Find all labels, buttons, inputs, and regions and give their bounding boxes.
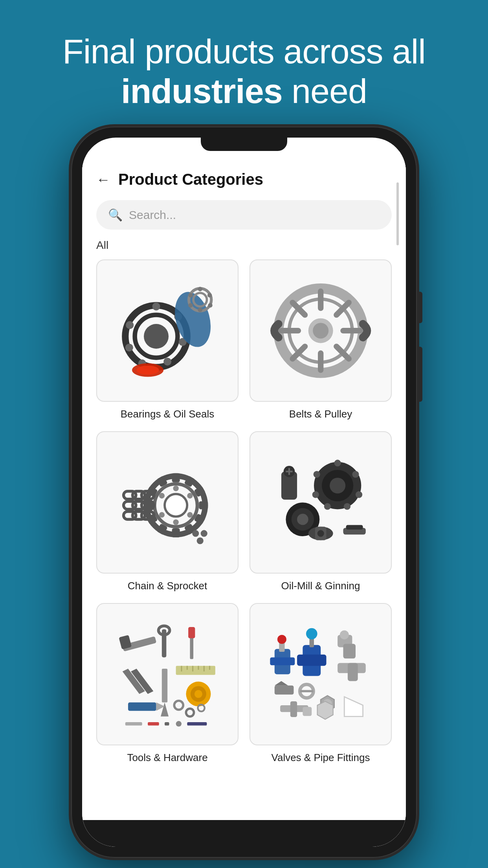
app-content: ← Product Categories 🔍 Search... All	[82, 151, 406, 847]
category-item-valves[interactable]: Valves & Pipe Fittings	[250, 603, 392, 764]
svg-point-50	[187, 512, 193, 518]
hero-line2-rest: need	[292, 72, 367, 110]
svg-point-20	[188, 293, 193, 297]
category-item-tools[interactable]: Tools & Hardware	[96, 603, 238, 764]
svg-point-126	[340, 631, 349, 640]
category-label-belts: Belts & Pulley	[289, 408, 352, 420]
svg-point-3	[152, 303, 160, 311]
svg-point-9	[126, 321, 134, 329]
hero-section: Final products across all industries nee…	[0, 0, 488, 127]
category-label-bearings: Bearings & Oil Seals	[121, 408, 214, 420]
tools-illustration	[111, 618, 224, 730]
svg-point-123	[306, 628, 317, 640]
svg-point-74	[312, 491, 319, 498]
svg-point-69	[334, 460, 341, 467]
svg-rect-89	[119, 635, 132, 649]
svg-point-48	[173, 485, 178, 491]
svg-point-75	[313, 471, 320, 478]
svg-rect-93	[188, 627, 195, 638]
svg-point-6	[163, 358, 171, 366]
categories-grid: Bearings & Oil Seals	[82, 259, 406, 772]
svg-point-72	[344, 503, 350, 510]
svg-rect-117	[270, 657, 295, 665]
svg-rect-130	[275, 686, 294, 695]
category-card-chain[interactable]	[96, 431, 238, 574]
svg-rect-125	[343, 644, 356, 658]
svg-point-68	[330, 478, 345, 493]
oilmill-illustration	[264, 446, 377, 559]
svg-rect-106	[128, 702, 156, 711]
svg-point-18	[198, 308, 202, 312]
svg-point-8	[125, 344, 133, 351]
hero-line1: Final products across all	[62, 32, 426, 71]
svg-point-49	[187, 493, 193, 498]
svg-rect-41	[172, 528, 180, 537]
hero-bold: industries	[121, 72, 283, 110]
phone-notch	[201, 138, 287, 151]
category-card-tools[interactable]	[96, 603, 238, 745]
filter-all-label[interactable]: All	[82, 239, 406, 259]
svg-point-52	[159, 512, 165, 518]
category-label-oilmill: Oil-Mill & Ginning	[281, 580, 360, 592]
svg-point-19	[188, 303, 193, 307]
svg-rect-138	[303, 707, 312, 716]
svg-point-114	[176, 721, 181, 726]
category-item-belts[interactable]: Belts & Pulley	[250, 259, 392, 420]
svg-rect-38	[199, 502, 208, 509]
svg-point-108	[174, 701, 183, 710]
svg-point-105	[194, 690, 202, 698]
back-button[interactable]: ←	[96, 173, 110, 187]
bearings-illustration	[111, 274, 224, 387]
svg-rect-112	[148, 722, 159, 726]
category-label-chain: Chain & Sprocket	[128, 580, 207, 592]
svg-marker-131	[275, 681, 288, 686]
svg-point-63	[192, 530, 199, 537]
svg-point-2	[144, 324, 169, 349]
chain-illustration	[111, 446, 224, 559]
category-card-oilmill[interactable]	[250, 431, 392, 574]
svg-rect-84	[346, 525, 363, 530]
category-card-bearings[interactable]	[96, 259, 238, 402]
svg-point-16	[207, 293, 212, 297]
svg-point-65	[196, 537, 203, 544]
phone-screen: ← Product Categories 🔍 Search... All	[82, 138, 406, 847]
svg-rect-121	[297, 655, 326, 666]
category-item-bearings[interactable]: Bearings & Oil Seals	[96, 259, 238, 420]
page-title: Product Categories	[118, 171, 263, 188]
category-label-valves: Valves & Pipe Fittings	[272, 752, 370, 764]
phone-mockup: ← Product Categories 🔍 Search... All	[71, 127, 417, 858]
svg-rect-94	[162, 669, 167, 702]
svg-rect-35	[172, 473, 180, 482]
search-input[interactable]: Search...	[129, 208, 176, 222]
app-header: ← Product Categories	[82, 151, 406, 196]
search-bar[interactable]: 🔍 Search...	[96, 200, 392, 230]
valves-illustration	[264, 618, 377, 730]
svg-point-64	[200, 530, 207, 537]
svg-rect-133	[300, 690, 313, 692]
svg-marker-139	[317, 701, 333, 719]
svg-rect-115	[187, 722, 207, 726]
svg-rect-113	[165, 722, 169, 726]
svg-marker-95	[161, 702, 169, 717]
svg-point-78	[297, 514, 308, 525]
phone-shell: ← Product Categories 🔍 Search... All	[71, 127, 417, 858]
category-item-chain[interactable]: Chain & Sprocket	[96, 431, 238, 592]
svg-point-53	[159, 493, 165, 498]
category-card-belts[interactable]	[250, 259, 392, 402]
phone-bottom-bar	[82, 820, 406, 847]
category-card-valves[interactable]	[250, 603, 392, 745]
svg-point-51	[173, 519, 178, 525]
svg-point-15	[198, 287, 202, 291]
svg-rect-128	[348, 663, 358, 681]
svg-rect-111	[125, 722, 142, 726]
svg-marker-129	[344, 697, 363, 717]
belts-illustration	[264, 274, 377, 387]
svg-point-47	[165, 494, 187, 517]
category-item-oilmill[interactable]: Oil-Mill & Ginning	[250, 431, 392, 592]
svg-point-17	[208, 303, 212, 307]
svg-point-70	[352, 471, 359, 478]
svg-point-12	[136, 366, 159, 375]
svg-point-87	[317, 530, 324, 537]
svg-point-71	[356, 491, 362, 498]
svg-rect-137	[290, 701, 297, 717]
